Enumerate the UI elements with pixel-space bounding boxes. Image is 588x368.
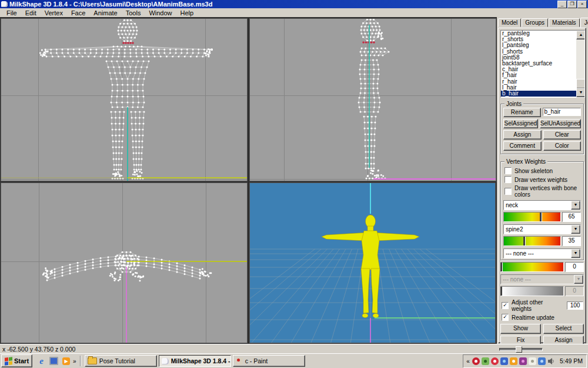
media-player-icon[interactable]: ▶ — [62, 357, 71, 366]
selassigned-button[interactable]: SelAssigned — [503, 119, 538, 128]
menu-face[interactable]: Face — [67, 9, 89, 17]
joint-list[interactable]: r_pantslegr_shortsl_pantslegl_shortsjoin… — [500, 30, 585, 98]
panel-bottom-slider[interactable] — [499, 346, 542, 352]
menu-window[interactable]: Window — [145, 9, 176, 17]
tray-red-white-icon[interactable] — [491, 357, 499, 365]
menu-vertex[interactable]: Vertex — [41, 9, 67, 17]
joint-item[interactable]: b_hair — [501, 91, 577, 97]
weight-slider-thumb-2[interactable] — [500, 263, 502, 271]
realtime-update-label: Realtime update — [512, 314, 554, 321]
menu-animate[interactable]: Animate — [89, 9, 121, 17]
tab-groups[interactable]: Groups — [522, 18, 548, 27]
tray-green-app-icon[interactable] — [482, 357, 489, 365]
tray-monitor-icon[interactable] — [500, 357, 508, 365]
viewport-area — [0, 17, 497, 344]
chevron-down-icon[interactable]: ▼ — [571, 225, 580, 234]
taskbar-item-label: Pose Tutorial — [99, 357, 135, 364]
right-panel: ModelGroupsMaterialsJoints r_pantslegr_s… — [497, 17, 588, 344]
vw-checkbox-label-2: Draw vertices with bone colors — [514, 185, 580, 198]
scroll-down-icon[interactable]: ▼ — [576, 88, 585, 97]
system-tray: « 5:49 PM — [463, 354, 587, 368]
menu-bar: FileEditVertexFaceAnimateToolsWindowHelp — [0, 8, 588, 17]
front-view-wireframe — [1, 19, 248, 181]
comment-button[interactable]: Comment — [503, 141, 542, 151]
taskbar-item-0[interactable]: Pose Tutorial — [85, 355, 157, 367]
weight-slider-2[interactable] — [500, 262, 564, 272]
tray-red-donut-icon[interactable] — [472, 357, 480, 365]
chevron-down-icon[interactable]: ▼ — [571, 249, 580, 258]
menu-tools[interactable]: Tools — [122, 9, 145, 17]
tab-model[interactable]: Model — [498, 18, 521, 27]
joints-groupbox: Joints Rename b_hair SelAssigned SelUnAs… — [500, 104, 584, 154]
ie-icon[interactable]: e — [37, 357, 46, 366]
tab-materials[interactable]: Materials — [549, 18, 580, 27]
weight-slider-thumb-0[interactable] — [540, 213, 542, 221]
weight-value-1[interactable]: 35 — [562, 236, 581, 246]
show-desktop-icon[interactable] — [49, 357, 58, 366]
viewport-top[interactable] — [1, 183, 248, 343]
tray-purple-app-icon[interactable] — [519, 357, 527, 365]
menu-edit[interactable]: Edit — [21, 9, 41, 17]
bone-dropdown-value-2: --- none --- — [504, 250, 571, 257]
adjust-other-weights-checkbox[interactable]: ✓ — [502, 302, 509, 309]
joint-item[interactable]: f_hair — [501, 72, 584, 78]
color-button[interactable]: Color — [543, 141, 582, 151]
top-view-wireframe — [1, 183, 248, 343]
volume-icon[interactable] — [547, 357, 555, 365]
vw-checkbox-0[interactable] — [505, 167, 512, 174]
title-bar: MilkShape 3D 1.8.4 - C:\Users\Jasumi\Des… — [0, 0, 588, 8]
tray-network-icon[interactable] — [538, 357, 546, 365]
close-button[interactable]: × — [577, 1, 587, 8]
vw-checkbox-1[interactable] — [505, 176, 512, 183]
vertex-weights-label: Vertex Weights — [505, 158, 547, 165]
joint-name-field[interactable]: b_hair — [543, 108, 582, 116]
clear-button[interactable]: Clear — [543, 130, 582, 140]
bone-dropdown-value-3: --- none --- — [501, 276, 574, 283]
start-label: Start — [14, 357, 29, 364]
chevron-down-icon[interactable]: ▼ — [571, 201, 580, 210]
weight-slider-thumb-1[interactable] — [523, 237, 525, 246]
viewport-side[interactable] — [249, 18, 496, 181]
weight-value-0[interactable]: 65 — [562, 212, 581, 222]
menu-help[interactable]: Help — [176, 9, 198, 17]
assign-button[interactable]: Assign — [503, 130, 542, 140]
taskbar-item-label: c - Paint — [245, 357, 268, 364]
select-button[interactable]: Select — [543, 324, 584, 334]
bone-dropdown-1[interactable]: spine2▼ — [503, 224, 581, 234]
taskbar-item-2[interactable]: c - Paint — [233, 355, 305, 367]
tray-white-app-icon[interactable] — [529, 357, 536, 365]
show-button[interactable]: Show — [500, 324, 541, 334]
milkshape-app-icon — [1, 1, 8, 7]
bone-dropdown-2[interactable]: --- none ---▼ — [503, 248, 581, 258]
scroll-up-icon[interactable]: ▲ — [576, 31, 585, 39]
milkshape-icon — [162, 358, 169, 364]
slider-thumb[interactable] — [516, 346, 522, 353]
menu-file[interactable]: File — [2, 9, 21, 17]
start-button[interactable]: Start — [1, 354, 32, 367]
vw-checkbox-label-0: Show skeleton — [514, 168, 553, 174]
tab-joints[interactable]: Joints — [580, 18, 588, 28]
minimize-button[interactable]: _ — [557, 1, 567, 8]
vw-checkbox-2[interactable] — [505, 188, 512, 195]
weight-slider-thumb-3 — [500, 287, 502, 296]
realtime-update-checkbox[interactable]: ✓ — [502, 314, 509, 321]
taskbar-item-1[interactable]: MilkShape 3D 1.8.4 -... — [159, 355, 231, 367]
windows-flag-icon — [5, 357, 12, 365]
adjust-other-weights-value[interactable]: 100 — [567, 301, 583, 310]
quick-launch-chevron[interactable]: » — [73, 358, 76, 364]
selunassigned-button[interactable]: SelUnAssigned — [540, 119, 581, 128]
weight-slider-1[interactable] — [503, 236, 561, 246]
viewport-3d[interactable] — [249, 183, 496, 343]
rename-button[interactable]: Rename — [503, 108, 541, 117]
bone-dropdown-0[interactable]: neck▼ — [503, 200, 581, 210]
restore-button[interactable]: ❐ — [567, 1, 577, 8]
coordinates-readout: x -62.500 y 43.750 z 0.000 — [0, 346, 75, 353]
weight-value-2[interactable]: 0 — [565, 262, 584, 272]
folder-icon — [88, 357, 97, 364]
tray-orange-app-icon[interactable] — [510, 357, 517, 365]
weight-slider-0[interactable] — [503, 212, 561, 222]
tray-chevron[interactable]: « — [466, 358, 470, 364]
joint-list-scrollbar[interactable]: ▲ ▼ — [576, 31, 584, 97]
viewport-front[interactable] — [1, 18, 248, 181]
scroll-thumb[interactable] — [576, 79, 585, 89]
